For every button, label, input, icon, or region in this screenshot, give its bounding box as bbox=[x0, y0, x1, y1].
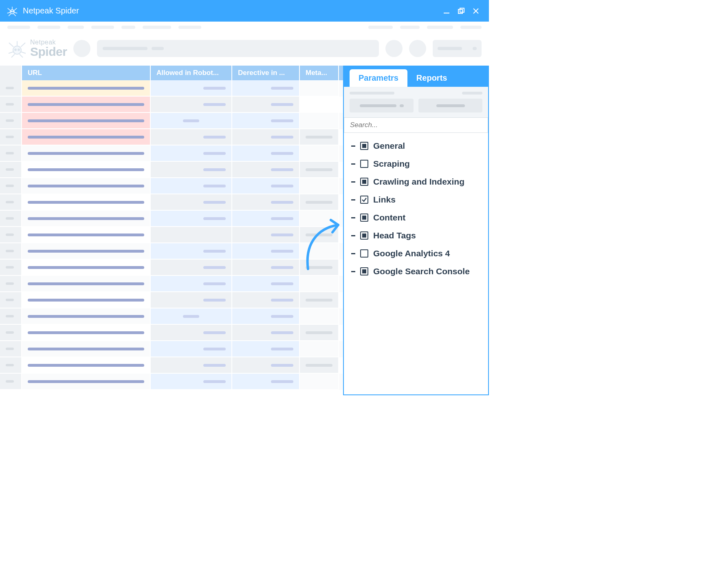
parameter-item[interactable]: Google Analytics 4 bbox=[344, 244, 488, 262]
parameter-label: Links bbox=[373, 195, 396, 205]
app-title: Netpeak Spider bbox=[23, 6, 79, 15]
table-row[interactable] bbox=[0, 162, 343, 178]
titlebar: Netpeak Spider bbox=[0, 0, 489, 22]
parameter-label: Google Analytics 4 bbox=[373, 249, 450, 258]
table-row[interactable] bbox=[0, 145, 343, 162]
collapse-icon[interactable] bbox=[351, 217, 355, 218]
checkbox[interactable] bbox=[360, 178, 368, 186]
app-spider-icon bbox=[6, 4, 19, 18]
collapse-icon[interactable] bbox=[351, 271, 355, 272]
parameters-list: GeneralScrapingCrawling and IndexingLink… bbox=[344, 133, 488, 394]
parameter-item[interactable]: Head Tags bbox=[344, 227, 488, 244]
table-row[interactable] bbox=[0, 357, 343, 374]
svg-point-6 bbox=[15, 49, 16, 51]
parameter-label: General bbox=[373, 141, 405, 151]
checkbox[interactable] bbox=[360, 142, 368, 150]
toolbar: Netpeak Spider bbox=[0, 33, 489, 66]
table-row[interactable] bbox=[0, 80, 343, 97]
parameter-item[interactable]: Scraping bbox=[344, 155, 488, 173]
collapse-icon[interactable] bbox=[351, 199, 355, 200]
table-row[interactable] bbox=[0, 129, 343, 145]
svg-point-7 bbox=[18, 49, 20, 51]
brand-logo: Netpeak Spider bbox=[7, 39, 67, 58]
checkbox[interactable] bbox=[360, 231, 368, 240]
checkbox[interactable] bbox=[360, 267, 368, 275]
toolbar-button[interactable] bbox=[73, 40, 90, 57]
collapse-icon[interactable] bbox=[351, 145, 355, 147]
parameter-label: Google Search Console bbox=[373, 266, 470, 276]
panel-button[interactable] bbox=[418, 99, 482, 112]
parameter-item[interactable]: Crawling and Indexing bbox=[344, 173, 488, 191]
checkbox[interactable] bbox=[360, 196, 368, 204]
col-derect[interactable]: Derective in ... bbox=[232, 66, 300, 80]
table-row[interactable] bbox=[0, 97, 343, 113]
panel-tabs: Parametrs Reports bbox=[344, 66, 488, 87]
table-row[interactable] bbox=[0, 325, 343, 341]
minimize-button[interactable] bbox=[439, 4, 454, 18]
toolbar-button[interactable] bbox=[385, 40, 403, 57]
collapse-icon[interactable] bbox=[351, 181, 355, 183]
toolbar-dropdown[interactable] bbox=[433, 40, 482, 57]
panel-toolbar bbox=[344, 87, 488, 117]
table-row[interactable] bbox=[0, 374, 343, 390]
table-row[interactable] bbox=[0, 227, 343, 243]
collapse-icon[interactable] bbox=[351, 235, 355, 236]
address-input[interactable] bbox=[97, 40, 379, 57]
parameter-label: Content bbox=[373, 213, 405, 222]
table-row[interactable] bbox=[0, 308, 343, 325]
parameters-search-input[interactable] bbox=[350, 121, 482, 129]
checkbox[interactable] bbox=[360, 160, 368, 168]
table-row[interactable] bbox=[0, 178, 343, 194]
checkbox[interactable] bbox=[360, 249, 368, 258]
parameter-label: Scraping bbox=[373, 159, 410, 169]
table-row[interactable] bbox=[0, 243, 343, 260]
tab-parametrs[interactable]: Parametrs bbox=[350, 69, 407, 87]
brand-text-bottom: Spider bbox=[30, 46, 67, 58]
parameter-label: Head Tags bbox=[373, 231, 416, 240]
collapse-icon[interactable] bbox=[351, 253, 355, 254]
toolbar-button[interactable] bbox=[409, 40, 426, 57]
parameter-item[interactable]: Links bbox=[344, 191, 488, 209]
svg-point-1 bbox=[11, 11, 12, 11]
col-url[interactable]: URL bbox=[22, 66, 151, 80]
table-row[interactable] bbox=[0, 341, 343, 357]
table-row[interactable] bbox=[0, 292, 343, 308]
col-meta[interactable]: Meta... bbox=[300, 66, 339, 80]
table-row[interactable] bbox=[0, 211, 343, 227]
col-robots[interactable]: Allowed in Robot... bbox=[151, 66, 232, 80]
parameter-item[interactable]: General bbox=[344, 137, 488, 155]
parameters-panel: Parametrs Reports GeneralScrapingCrawlin… bbox=[343, 66, 489, 395]
results-table: URL Allowed in Robot... Derective in ...… bbox=[0, 66, 343, 395]
parameter-label: Crawling and Indexing bbox=[373, 177, 464, 187]
maximize-button[interactable] bbox=[454, 4, 469, 18]
parameter-item[interactable]: Content bbox=[344, 209, 488, 227]
table-row[interactable] bbox=[0, 276, 343, 292]
menu-strip bbox=[0, 22, 489, 33]
checkbox[interactable] bbox=[360, 214, 368, 222]
table-header: URL Allowed in Robot... Derective in ...… bbox=[0, 66, 343, 80]
table-row[interactable] bbox=[0, 113, 343, 129]
parameter-item[interactable]: Google Search Console bbox=[344, 262, 488, 280]
svg-point-5 bbox=[13, 46, 21, 54]
table-row[interactable] bbox=[0, 260, 343, 276]
panel-dropdown[interactable] bbox=[350, 99, 414, 112]
parameters-search[interactable] bbox=[344, 117, 488, 133]
tab-reports[interactable]: Reports bbox=[407, 69, 456, 87]
collapse-icon[interactable] bbox=[351, 163, 355, 165]
close-button[interactable] bbox=[469, 4, 483, 18]
svg-point-2 bbox=[13, 11, 13, 11]
table-row[interactable] bbox=[0, 194, 343, 211]
